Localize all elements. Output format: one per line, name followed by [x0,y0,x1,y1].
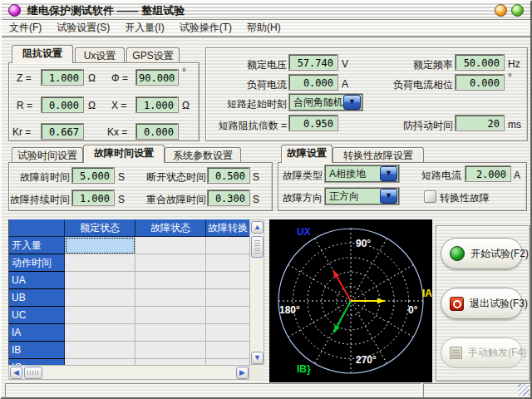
table-cell[interactable] [135,359,206,365]
scroll-right-icon[interactable]: ▶ [236,367,249,379]
tab-convert-fault-settings[interactable]: 转换性故障设置 [332,147,424,163]
debounce-input[interactable]: 20 [456,116,504,131]
resize-grip[interactable] [518,384,530,396]
table-cell[interactable] [65,359,135,365]
table-row-header[interactable]: IB [9,342,65,359]
menu-file[interactable]: 文件(F) [2,20,49,36]
table-cell[interactable] [206,359,250,365]
tab-test-time-settings[interactable]: 试验时间设置 [12,147,83,163]
scroll-up-icon[interactable]: ▲ [251,221,264,234]
table-cell[interactable] [206,254,250,272]
results-table-grid[interactable]: 额定状态故障状态故障转换开入量动作时间UAUBUCIAIBIC [8,219,250,365]
table-cell[interactable] [65,342,135,359]
table-row-header[interactable]: UB [9,289,65,307]
table-corner-cell [9,219,65,237]
tab-fault-settings[interactable]: 故障设置 [281,145,332,163]
titlebar: 继电保护测试软件 —— 整组试验 [2,2,530,20]
table-cell[interactable] [65,254,135,272]
table-row-header[interactable]: 开入量 [9,237,65,254]
table-row-header[interactable]: IA [9,324,65,342]
h-scrollbar-thumb[interactable] [24,367,42,379]
table-cell[interactable] [135,272,206,289]
table-cell[interactable] [206,342,250,359]
window-title: 继电保护测试软件 —— 整组试验 [27,3,185,18]
short-start-label: 短路起始时刻 [216,97,287,111]
short-start-value: 合闸角随机 [290,96,343,110]
table-row-header[interactable]: UA [9,272,65,289]
table-cell[interactable] [135,237,206,254]
table-cell[interactable] [65,307,135,324]
svg-text:180°: 180° [279,304,300,316]
table-cell[interactable] [206,237,250,254]
table-row-header[interactable]: IC [9,359,65,365]
app-window: 继电保护测试软件 —— 整组试验 文件(F) 试验设置(S) 开入量(I) 试验… [0,0,532,399]
scroll-left-icon[interactable]: ◀ [10,367,22,379]
table-cell[interactable] [206,307,250,324]
v-scrollbar-thumb[interactable] [251,236,264,258]
time-panel-body [8,162,273,211]
tab-impedance-settings[interactable]: 阻抗设置 [12,45,73,63]
stop-icon [450,297,464,311]
manual-trigger-label: 手动触发(F4) [468,346,526,360]
minimize-button[interactable] [495,4,507,17]
table-cell[interactable] [206,272,250,289]
table-col-header[interactable]: 额定状态 [65,219,135,237]
table-cell[interactable] [206,324,250,342]
start-icon [450,246,465,261]
phasor-diagram: 90°180°0°270°UXIAIB} [269,219,432,382]
table-row-header[interactable]: 动作时间 [9,254,65,272]
svg-text:UX: UX [297,226,311,238]
menu-test-operation[interactable]: 试验操作(T) [172,20,239,36]
table-cell[interactable] [135,254,206,272]
svg-text:IB}: IB} [297,363,311,375]
status-bar-right [423,383,531,397]
table-cell[interactable] [135,324,206,342]
manual-trigger-button[interactable]: 手动触发(F4) [441,337,523,368]
debounce-label: 防抖动时间 [392,119,453,133]
exit-test-label: 退出试验(F3) [470,297,528,311]
short-start-dropdown[interactable]: 合闸角随机 ▼ [289,94,362,111]
table-col-header[interactable]: 故障转换 [206,219,250,237]
start-test-button[interactable]: 开始试验(F2) [441,238,523,269]
tab-ux-settings[interactable]: Ux设置 [75,47,125,63]
tab-gps-settings[interactable]: GPS设置 [126,47,180,63]
rated-freq-input[interactable]: 50.000 [456,55,504,70]
impedance-mult-input[interactable]: 0.950 [289,116,337,131]
impedance-panel-body [8,62,200,141]
table-cell[interactable] [65,272,135,289]
svg-text:IA: IA [422,288,432,299]
load-phase-label: 负荷电流相位 [382,78,453,92]
results-table: 额定状态故障状态故障转换开入量动作时间UAUBUCIAIBIC ▲ ▼ ◀ ▶ [8,219,264,380]
tab-fault-time-settings[interactable]: 故障时间设置 [83,145,165,163]
load-current-unit: A [342,78,348,90]
debounce-unit: ms [508,119,521,131]
tab-system-param-settings[interactable]: 系统参数设置 [165,147,241,163]
rated-freq-label: 额定频率 [392,58,453,72]
table-row-header[interactable]: UC [9,307,65,324]
menu-help[interactable]: 帮助(H) [239,20,288,36]
svg-text:270°: 270° [356,354,377,366]
menu-binary-input[interactable]: 开入量(I) [117,20,171,36]
manual-trigger-icon [450,347,462,359]
table-cell[interactable] [135,307,206,324]
table-cell[interactable] [135,342,206,359]
v-scrollbar[interactable]: ▲ ▼ [249,219,264,365]
fault-panel-body [278,162,527,211]
table-cell[interactable] [206,289,250,307]
menubar: 文件(F) 试验设置(S) 开入量(I) 试验操作(T) 帮助(H) [2,20,530,37]
table-cell[interactable] [65,324,135,342]
rated-freq-unit: Hz [508,58,520,70]
scroll-down-icon[interactable]: ▼ [251,352,264,364]
table-cell[interactable] [135,289,206,307]
h-scrollbar[interactable]: ◀ ▶ [8,365,249,380]
rated-voltage-input[interactable]: 57.740 [289,55,337,70]
menu-test-settings[interactable]: 试验设置(S) [49,20,117,36]
load-phase-input[interactable]: 0.000 [456,75,504,90]
chevron-down-icon[interactable]: ▼ [343,95,361,110]
load-current-input[interactable]: 0.000 [289,75,337,90]
exit-test-button[interactable]: 退出试验(F3) [441,288,523,319]
table-cell[interactable] [65,237,135,254]
close-button[interactable] [511,4,524,17]
table-cell[interactable] [65,289,135,307]
table-col-header[interactable]: 故障状态 [135,219,206,237]
